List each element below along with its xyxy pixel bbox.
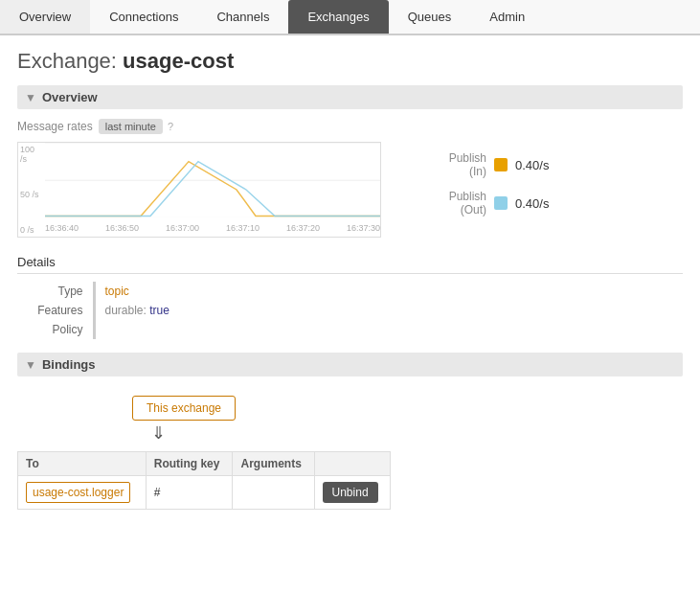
legend-label-publish-in: Publish (In) [419,151,486,178]
this-exchange-button[interactable]: This exchange [132,396,236,421]
nav-item-overview[interactable]: Overview [0,0,90,34]
bindings-table: To Routing key Arguments usage-cost.logg… [17,451,391,510]
nav-item-exchanges[interactable]: Exchanges [288,0,388,34]
bindings-arrow-down: ⇓ [151,422,683,444]
binding-action-cell: Unbind [314,476,390,510]
page-title-value: usage-cost [123,49,234,73]
page-content: Exchange: usage-cost ▼ Overview Message … [0,35,700,533]
details-row-features: Features durable: true [17,301,683,320]
chart-legend: Publish (In) 0.40/s Publish (Out) 0.40/s [419,142,549,217]
bindings-col-action [314,452,390,476]
nav-item-admin[interactable]: Admin [470,0,544,34]
bindings-table-header: To Routing key Arguments [18,452,391,476]
chart-y-label-0: 0 /s [20,225,43,235]
binding-queue-name[interactable]: usage-cost.logger [26,482,130,503]
bindings-section-header[interactable]: ▼ Bindings [17,353,683,376]
chart-x-label-4: 16:37:20 [286,223,320,233]
legend-value-publish-out: 0.40/s [515,196,549,211]
legend-item-publish-in: Publish (In) 0.40/s [419,151,549,178]
details-section: Details Type topic Features durable: tru… [17,255,683,339]
chart-x-label-2: 16:37:00 [166,223,199,233]
nav-item-queues[interactable]: Queues [389,0,471,34]
details-key-features: Features [17,301,94,320]
details-val-policy [94,320,683,339]
chart-container: 100 /s 50 /s 0 /s 16:36:40 16:36:50 16:3… [17,142,381,238]
chart-area: 100 /s 50 /s 0 /s 16:36:40 16:36:50 16:3… [17,142,683,238]
legend-item-publish-out: Publish (Out) 0.40/s [419,190,549,217]
details-title: Details [17,255,683,274]
chart-x-label-0: 16:36:40 [45,223,79,233]
details-key-type: Type [17,282,94,301]
chart-x-label-1: 16:36:50 [105,223,139,233]
nav-item-channels[interactable]: Channels [197,0,288,34]
bindings-section: ▼ Bindings This exchange ⇓ To Routing ke… [17,353,683,519]
bindings-toggle-icon[interactable]: ▼ [25,358,36,372]
nav-item-connections[interactable]: Connections [90,0,197,34]
binding-routing-key-cell: # [146,476,233,510]
details-row-type: Type topic [17,282,683,301]
bindings-section-title: Bindings [42,357,96,372]
details-key-policy: Policy [17,320,94,339]
binding-arguments-cell [233,476,314,510]
page-title: Exchange: usage-cost [17,49,683,74]
unbind-button[interactable]: Unbind [323,482,378,503]
chart-x-labels: 16:36:40 16:36:50 16:37:00 16:37:10 16:3… [45,219,380,237]
details-row-policy: Policy [17,320,683,339]
top-navigation: Overview Connections Channels Exchanges … [0,0,700,35]
rates-badge[interactable]: last minute [99,119,163,134]
bindings-table-body: usage-cost.logger # Unbind [18,476,391,510]
table-row: usage-cost.logger # Unbind [18,476,391,510]
features-durable-key: durable: [105,304,147,317]
bindings-body: This exchange ⇓ To Routing key Arguments… [17,386,683,519]
message-rates-label: Message rates [17,120,93,133]
overview-section-title: Overview [42,90,98,104]
overview-section-header[interactable]: ▼ Overview [17,85,683,109]
chart-y-labels: 100 /s 50 /s 0 /s [18,143,45,237]
rates-help-icon[interactable]: ? [168,121,173,132]
legend-value-publish-in: 0.40/s [515,158,549,172]
legend-label-publish-out: Publish (Out) [419,190,486,217]
page-title-label: Exchange: [17,49,117,73]
bindings-header-row: To Routing key Arguments [18,452,391,476]
bindings-col-to: To [18,452,147,476]
bindings-col-arguments: Arguments [233,452,314,476]
type-topic-value: topic [105,285,129,298]
legend-color-publish-in [494,158,508,171]
details-table: Type topic Features durable: true Policy [17,282,683,339]
message-rates-row: Message rates last minute ? [17,119,683,134]
chart-x-label-5: 16:37:30 [347,223,380,233]
chart-svg [45,143,380,217]
chart-x-label-3: 16:37:10 [226,223,260,233]
legend-color-publish-out [494,196,508,210]
features-durable-val: true [149,304,169,317]
chart-y-label-100: 100 /s [20,145,43,164]
details-val-type: topic [94,282,683,301]
bindings-col-routing-key: Routing key [146,452,233,476]
binding-to-cell: usage-cost.logger [18,476,147,510]
chart-y-label-50: 50 /s [20,190,43,199]
details-val-features: durable: true [94,301,683,320]
overview-toggle-icon[interactable]: ▼ [25,91,36,104]
